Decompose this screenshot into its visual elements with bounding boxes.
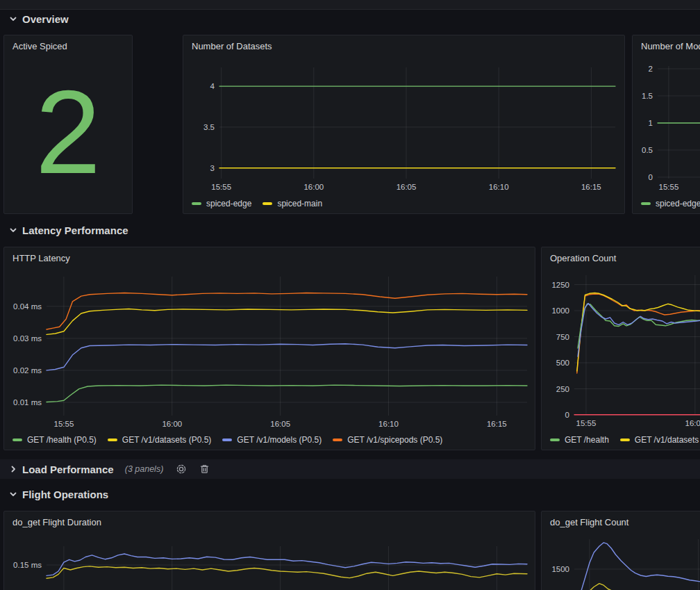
section-header-overview[interactable]: Overview bbox=[0, 10, 69, 28]
section-header-latency[interactable]: Latency Performance bbox=[0, 221, 128, 239]
legend-label: GET /v1/spicepods (P0.5) bbox=[347, 435, 442, 445]
y-tick-label: 1000 bbox=[551, 306, 569, 315]
legend-swatch bbox=[108, 439, 117, 441]
series-line bbox=[590, 584, 612, 590]
gear-icon[interactable] bbox=[176, 464, 187, 475]
y-tick-label: 0.03 ms bbox=[13, 334, 42, 343]
legend-label: GET /v1/datasets bbox=[635, 435, 699, 445]
panel-operation-count: Operation Count 15:5516:0002505007501000… bbox=[541, 247, 700, 450]
legend-label: GET /health bbox=[565, 435, 609, 445]
series-line bbox=[581, 543, 700, 590]
flight-count-chart[interactable]: 1500 bbox=[542, 511, 700, 590]
panel-flight-count: do_get Flight Count 1500 bbox=[541, 511, 700, 590]
legend-label: GET /v1/models (P0.5) bbox=[237, 435, 322, 445]
legend-swatch bbox=[641, 202, 651, 205]
panel-active-spiced: Active Spiced 2 bbox=[3, 35, 133, 214]
x-tick-label: 16:05 bbox=[397, 183, 417, 191]
y-tick-label: 3 bbox=[210, 164, 215, 172]
legend-item[interactable]: spiced-main bbox=[262, 199, 322, 208]
chart-legend: GET /healthGET /v1/datasetsGET /v1/model… bbox=[550, 435, 700, 445]
chart-legend: GET /health (P0.5)GET /v1/datasets (P0.5… bbox=[12, 435, 535, 445]
y-tick-label: 750 bbox=[556, 333, 569, 341]
series-line bbox=[47, 344, 527, 370]
section-title: Flight Operations bbox=[22, 489, 108, 500]
series-line bbox=[47, 293, 527, 330]
datasets-chart[interactable]: 15:5516:0016:0516:1016:1533.54 bbox=[183, 35, 625, 214]
legend-swatch bbox=[620, 439, 630, 441]
y-tick-label: 0.04 ms bbox=[13, 302, 42, 311]
http-latency-chart[interactable]: 15:5516:0016:0516:1016:150.01 ms0.02 ms0… bbox=[4, 247, 535, 450]
y-tick-label: 3.5 bbox=[203, 123, 215, 131]
y-tick-label: 0 bbox=[649, 173, 653, 181]
panel-number-of-models: Number of Models 15:5500.511.52 spiced-e… bbox=[632, 35, 700, 214]
operation-count-chart[interactable]: 15:5516:00025050075010001250 bbox=[542, 247, 700, 450]
y-tick-label: 0.15 ms bbox=[13, 561, 42, 569]
y-tick-label: 1 bbox=[649, 119, 653, 127]
legend-swatch bbox=[333, 439, 342, 441]
legend-swatch bbox=[12, 439, 22, 441]
legend-item[interactable]: GET /v1/datasets (P0.5) bbox=[108, 435, 212, 445]
panel-http-latency: HTTP Latency 15:5516:0016:0516:1016:150.… bbox=[3, 247, 535, 450]
y-tick-label: 0.02 ms bbox=[13, 366, 42, 375]
y-tick-label: 0.5 bbox=[642, 146, 653, 154]
y-tick-label: 0.01 ms bbox=[13, 398, 42, 407]
dashboard-screen: Overview Active Spiced 2 Number of Datas… bbox=[0, 0, 700, 590]
chevron-down-icon bbox=[9, 226, 17, 234]
y-tick-label: 4 bbox=[210, 82, 215, 90]
legend-swatch bbox=[262, 202, 272, 205]
y-tick-label: 1250 bbox=[551, 281, 569, 289]
y-tick-label: 1.5 bbox=[642, 92, 653, 100]
legend-swatch bbox=[550, 439, 560, 441]
legend-item[interactable]: GET /health bbox=[550, 435, 609, 445]
section-title: Load Performance bbox=[22, 464, 114, 475]
y-tick-label: 0 bbox=[565, 411, 569, 419]
series-line bbox=[577, 293, 700, 372]
series-line bbox=[47, 566, 527, 578]
x-tick-label: 15:55 bbox=[659, 183, 679, 191]
x-tick-label: 16:00 bbox=[685, 419, 700, 427]
x-tick-label: 15:55 bbox=[211, 183, 231, 191]
legend-label: spiced-main bbox=[277, 199, 322, 208]
section-header-flight[interactable]: Flight Operations bbox=[0, 485, 108, 503]
stat-value: 2 bbox=[4, 56, 132, 208]
panel-title[interactable]: Active Spiced bbox=[4, 35, 132, 56]
models-chart[interactable]: 15:5500.511.52 bbox=[633, 35, 700, 214]
trash-icon[interactable] bbox=[199, 464, 210, 475]
chart-legend: spiced-edgespiced-main bbox=[192, 199, 624, 208]
flight-duration-chart[interactable]: 0.15 ms bbox=[4, 511, 535, 590]
section-header-load[interactable]: Load Performance (3 panels) bbox=[0, 459, 700, 479]
legend-label: spiced-edge bbox=[656, 199, 700, 208]
x-tick-label: 16:10 bbox=[489, 183, 509, 191]
y-tick-label: 2 bbox=[649, 65, 653, 73]
section-title: Overview bbox=[22, 13, 69, 25]
chevron-down-icon bbox=[9, 490, 17, 498]
y-tick-label: 1500 bbox=[551, 565, 569, 573]
legend-swatch bbox=[222, 439, 232, 441]
legend-label: GET /health (P0.5) bbox=[27, 435, 97, 445]
x-tick-label: 15:55 bbox=[54, 420, 74, 428]
chevron-down-icon bbox=[9, 15, 17, 23]
panel-flight-duration: do_get Flight Duration 0.15 ms bbox=[3, 511, 535, 590]
x-tick-label: 16:00 bbox=[162, 420, 182, 428]
panel-count-note: (3 panels) bbox=[125, 464, 164, 474]
y-tick-label: 250 bbox=[556, 385, 569, 393]
legend-item[interactable]: spiced-edge bbox=[192, 199, 251, 208]
x-tick-label: 16:15 bbox=[487, 420, 507, 428]
series-line bbox=[577, 294, 700, 373]
legend-item[interactable]: GET /v1/datasets bbox=[620, 435, 699, 445]
top-bar bbox=[0, 0, 700, 10]
legend-item[interactable]: GET /v1/spicepods (P0.5) bbox=[333, 435, 442, 445]
y-tick-label: 500 bbox=[556, 359, 569, 367]
chevron-right-icon bbox=[9, 465, 17, 473]
chart-legend: spiced-edge bbox=[641, 199, 700, 208]
panel-number-of-datasets: Number of Datasets 15:5516:0016:0516:101… bbox=[183, 35, 625, 214]
legend-item[interactable]: GET /v1/models (P0.5) bbox=[222, 435, 322, 445]
legend-item[interactable]: spiced-edge bbox=[641, 199, 700, 208]
x-tick-label: 16:10 bbox=[378, 420, 399, 428]
legend-label: GET /v1/datasets (P0.5) bbox=[122, 435, 212, 445]
x-tick-label: 15:55 bbox=[576, 419, 597, 427]
legend-item[interactable]: GET /health (P0.5) bbox=[12, 435, 97, 445]
x-tick-label: 16:00 bbox=[303, 183, 324, 191]
legend-swatch bbox=[192, 202, 201, 205]
series-line bbox=[47, 309, 527, 335]
